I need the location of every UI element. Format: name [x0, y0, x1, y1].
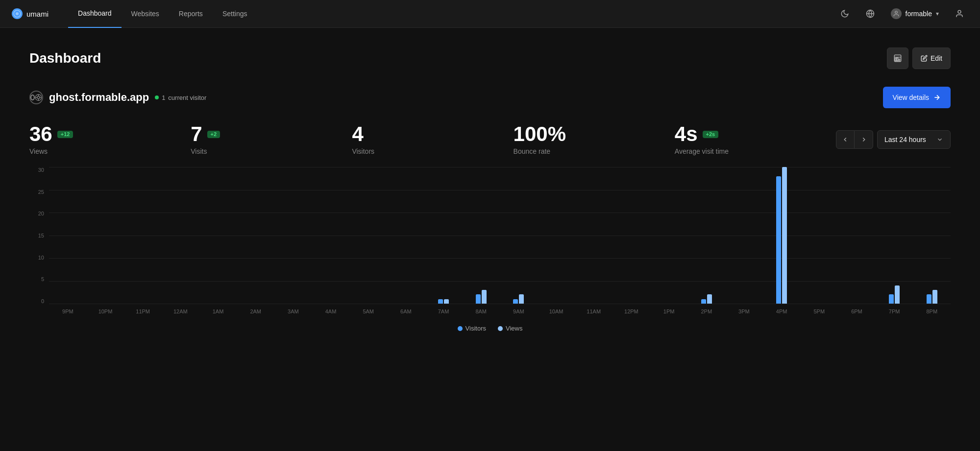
nav-link-settings[interactable]: Settings — [213, 0, 257, 28]
bar-group-4 — [199, 167, 237, 304]
svg-point-4 — [895, 11, 897, 14]
prev-period-button[interactable] — [836, 130, 855, 149]
bar-visitors-17 — [701, 299, 706, 304]
chart-view-button[interactable] — [887, 47, 908, 69]
stat-bounce-value: 100% — [514, 124, 675, 144]
user-chevron-icon: ▾ — [936, 10, 939, 17]
language-button[interactable] — [861, 5, 879, 23]
bar-group-22 — [876, 167, 913, 304]
edit-button[interactable]: Edit — [912, 47, 951, 69]
site-name: ghost.formable.app — [49, 91, 149, 104]
stat-visits: 7 +2 Visits — [191, 124, 352, 155]
bar-visitors-10 — [438, 299, 443, 304]
bar-group-23 — [913, 167, 951, 304]
y-label-15: 15 — [29, 233, 47, 238]
x-label-2AM: 2AM — [237, 309, 274, 314]
stat-visits-value: 7 +2 — [191, 124, 352, 144]
next-period-button[interactable] — [855, 130, 873, 149]
nav-link-websites[interactable]: Websites — [122, 0, 169, 28]
page-header: Dashboard Edit — [29, 47, 951, 69]
bar-visitors-12 — [513, 299, 518, 304]
stats-row: 36 +12 Views 7 +2 Visits 4 Visitors 100%… — [29, 124, 951, 155]
y-label-30: 30 — [29, 167, 47, 173]
bar-visitors-22 — [889, 294, 894, 304]
user-name: formable — [906, 10, 932, 18]
bar-group-10 — [425, 167, 463, 304]
bar-group-13 — [538, 167, 575, 304]
site-row: ghost.formable.app 1 current visitor Vie… — [29, 87, 951, 108]
bar-group-17 — [687, 167, 725, 304]
nav-link-reports[interactable]: Reports — [169, 0, 213, 28]
x-label-11PM: 11PM — [124, 309, 162, 314]
stat-views: 36 +12 Views — [29, 124, 191, 155]
stat-visits-badge: +2 — [207, 131, 220, 138]
chart-inner: 30 25 20 15 10 5 0 9PM10PM11PM12AM1AM2AM… — [29, 167, 951, 319]
x-label-1AM: 1AM — [199, 309, 237, 314]
stat-bounce-rate: 100% Bounce rate — [514, 124, 675, 155]
y-label-20: 20 — [29, 211, 47, 216]
visitor-count: 1 — [162, 94, 165, 101]
x-label-4AM: 4AM — [312, 309, 350, 314]
stat-visitors-value: 4 — [352, 124, 513, 144]
bar-views-23 — [932, 290, 937, 304]
stat-avg-time: 4s +2s Average visit time — [675, 124, 836, 155]
chart-legend: Visitors Views — [29, 325, 951, 332]
svg-point-5 — [958, 10, 961, 13]
chart-bars — [49, 167, 951, 304]
theme-toggle-button[interactable] — [836, 5, 854, 23]
bar-visitors-23 — [927, 294, 931, 304]
x-label-11AM: 11AM — [575, 309, 612, 314]
user-menu[interactable]: formable ▾ — [887, 6, 943, 21]
y-label-10: 10 — [29, 255, 47, 261]
brand-name: umami — [26, 10, 49, 18]
page-title: Dashboard — [29, 50, 101, 66]
nav-links: Dashboard Websites Reports Settings — [68, 0, 836, 28]
profile-button[interactable] — [951, 5, 968, 23]
bar-group-18 — [725, 167, 763, 304]
y-label-5: 5 — [29, 276, 47, 282]
nav-link-dashboard[interactable]: Dashboard — [68, 0, 122, 28]
x-label-2PM: 2PM — [687, 309, 725, 314]
y-label-25: 25 — [29, 189, 47, 195]
x-label-6PM: 6PM — [838, 309, 876, 314]
chart-x-labels: 9PM10PM11PM12AM1AM2AM3AM4AM5AM6AM7AM8AM9… — [49, 304, 951, 319]
user-avatar-icon — [891, 8, 902, 19]
main-content: Dashboard Edit — [0, 28, 980, 353]
view-details-button[interactable]: View details — [883, 87, 951, 108]
bar-visitors-19 — [776, 176, 781, 304]
bar-views-12 — [519, 294, 524, 304]
legend-views-dot — [498, 326, 503, 331]
bar-group-11 — [462, 167, 500, 304]
stat-avg-value: 4s +2s — [675, 124, 836, 144]
x-label-1PM: 1PM — [650, 309, 688, 314]
bar-group-2 — [124, 167, 162, 304]
bar-views-10 — [444, 299, 449, 304]
nav-right: formable ▾ — [836, 5, 968, 23]
x-label-7AM: 7AM — [425, 309, 463, 314]
bar-views-11 — [482, 290, 487, 304]
legend-visitors: Visitors — [458, 325, 486, 332]
legend-visitors-dot — [458, 326, 463, 331]
svg-rect-9 — [899, 59, 900, 61]
stat-views-label: Views — [29, 147, 191, 155]
site-info: ghost.formable.app 1 current visitor — [29, 91, 206, 104]
stat-avg-badge: +2s — [703, 131, 719, 138]
brand: umami — [12, 8, 49, 19]
brand-icon — [12, 8, 23, 19]
x-label-9AM: 9AM — [500, 309, 538, 314]
stats-controls: Last 24 hours — [836, 130, 951, 149]
legend-views-label: Views — [506, 325, 522, 332]
edit-button-label: Edit — [931, 54, 942, 62]
time-range-select[interactable]: Last 24 hours — [877, 130, 951, 149]
legend-visitors-label: Visitors — [466, 325, 486, 332]
stat-visitors-label: Visitors — [352, 147, 513, 155]
x-label-3AM: 3AM — [274, 309, 312, 314]
bar-group-14 — [575, 167, 612, 304]
svg-rect-7 — [895, 58, 896, 61]
time-range-label: Last 24 hours — [884, 136, 926, 143]
x-label-12AM: 12AM — [162, 309, 199, 314]
stat-views-value: 36 +12 — [29, 124, 191, 144]
stat-visitors: 4 Visitors — [352, 124, 513, 155]
bar-group-9 — [387, 167, 425, 304]
x-label-9PM: 9PM — [49, 309, 87, 314]
